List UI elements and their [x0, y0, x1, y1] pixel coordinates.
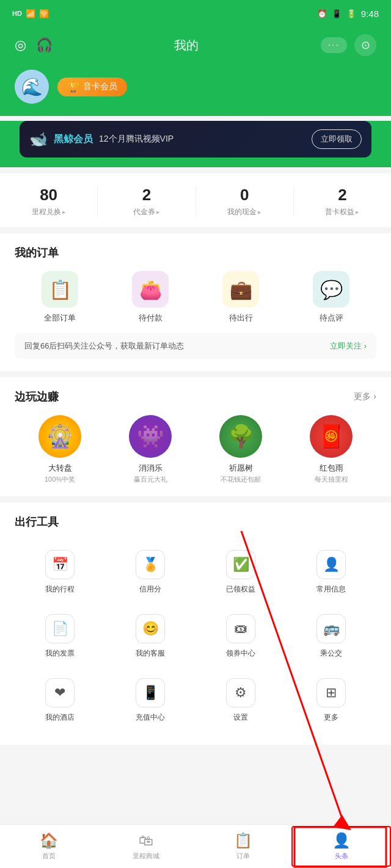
bottom-nav: 🏠 首页 🛍 里程商城 📋 订单 👤 头条 — [0, 824, 391, 868]
order-all-label: 全部订单 — [42, 313, 78, 324]
tool-bus-label: 乘公交 — [320, 648, 342, 659]
promo-text: 回复66后扫码关注公众号，获取最新订单动态 — [24, 341, 184, 352]
fun-game-label: 消消乐 — [129, 463, 172, 474]
vip-label: 音卡会员 — [83, 81, 117, 92]
tool-coupon[interactable]: 🎟 领券中心 — [196, 604, 286, 668]
stat-label-priv: 普卡权益▸ — [294, 207, 391, 217]
fun-wheel-icon: 🎡 — [38, 415, 81, 458]
orders-title: 我的订单 — [15, 245, 59, 260]
fun-tree[interactable]: 🌳 祈愿树 不花钱还包邮 — [219, 415, 262, 484]
order-trip-icon: 💼 — [222, 271, 259, 308]
nav-profile-label: 头条 — [335, 852, 348, 861]
tool-hotel-icon: ❤ — [45, 678, 75, 707]
order-grid: 📋 全部订单 👛 待付款 💼 待出行 💬 待点评 — [15, 271, 376, 324]
stat-coupon[interactable]: 2 代金券▸ — [98, 186, 196, 217]
fun-wheel[interactable]: 🎡 大转盘 100%中奖 — [38, 415, 81, 484]
order-pending-review[interactable]: 💬 待点评 — [313, 271, 349, 324]
page-title: 我的 — [174, 37, 199, 54]
fun-game[interactable]: 👾 消消乐 赢百元大礼 — [129, 415, 172, 484]
nav-orders-label: 订单 — [236, 852, 250, 861]
order-trip-label: 待出行 — [222, 313, 259, 324]
stat-cash[interactable]: 0 我的现金▸ — [196, 186, 294, 217]
stat-number-coupon: 2 — [98, 186, 195, 204]
tool-itinerary-icon: 📅 — [45, 550, 75, 579]
tool-settings-label: 设置 — [233, 712, 248, 723]
tool-settings[interactable]: ⚙ 设置 — [196, 668, 286, 732]
tool-more[interactable]: ⊞ 更多 — [286, 668, 376, 732]
header-right: ··· ⊙ — [321, 34, 376, 56]
tool-bus-icon: 🚌 — [316, 614, 346, 643]
stat-label-cash: 我的现金▸ — [196, 207, 293, 217]
tool-itinerary[interactable]: 📅 我的行程 — [15, 540, 105, 604]
tool-info-label: 常用信息 — [316, 584, 346, 595]
whale-icon: 🐋 — [29, 131, 48, 148]
vip-brand: 黑鲸会员 — [54, 133, 93, 146]
tool-recharge[interactable]: 📱 充值中心 — [105, 668, 196, 732]
nav-home[interactable]: 🏠 首页 — [0, 827, 97, 866]
stat-number-priv: 2 — [294, 186, 391, 204]
fun-title: 边玩边赚 — [15, 389, 59, 404]
sim-icon: 📱 — [332, 9, 342, 18]
vip-banner[interactable]: 🐋 黑鲸会员 12个月腾讯视频VIP 立即领取 — [20, 121, 371, 157]
tool-service[interactable]: 😊 我的客服 — [105, 604, 196, 668]
order-pay-icon: 👛 — [132, 271, 169, 308]
tools-title: 出行工具 — [15, 515, 59, 529]
tool-recharge-label: 充值中心 — [136, 712, 165, 723]
tool-invoice-icon: 📄 — [45, 614, 75, 643]
promo-link[interactable]: 立即关注 › — [330, 341, 367, 352]
scan-icon[interactable]: ◎ — [15, 37, 26, 53]
fun-more[interactable]: 更多 › — [354, 391, 376, 402]
status-right: ⏰ 📱 🔋 9:48 — [317, 9, 379, 19]
fun-tree-sublabel: 不花钱还包邮 — [219, 475, 262, 484]
tool-bus[interactable]: 🚌 乘公交 — [286, 604, 376, 668]
orders-header: 我的订单 — [15, 245, 376, 260]
tool-service-label: 我的客服 — [136, 648, 165, 659]
tool-coupon-label: 领券中心 — [226, 648, 255, 659]
vip-cta-button[interactable]: 立即领取 — [312, 129, 362, 149]
tools-section: 出行工具 📅 我的行程 🏅 信用分 ✅ 已领权益 👤 常用信息 📄 我的发票 😊… — [0, 502, 391, 745]
fun-section: 边玩边赚 更多 › 🎡 大转盘 100%中奖 👾 消消乐 赢百元大礼 🌳 祈愿树… — [0, 377, 391, 496]
time-display: 9:48 — [361, 9, 379, 19]
tool-invoice[interactable]: 📄 我的发票 — [15, 604, 105, 668]
order-pending-trip[interactable]: 💼 待出行 — [222, 271, 259, 324]
stat-mileage[interactable]: 80 里程兑换▸ — [0, 186, 98, 217]
tool-benefits-icon: ✅ — [226, 550, 255, 579]
vip-badge[interactable]: 🏆 音卡会员 — [57, 78, 127, 96]
order-all[interactable]: 📋 全部订单 — [42, 271, 78, 324]
fun-tree-label: 祈愿树 — [219, 463, 262, 474]
order-review-label: 待点评 — [313, 313, 349, 324]
order-all-icon: 📋 — [42, 271, 78, 308]
tool-settings-icon: ⚙ — [226, 678, 255, 707]
order-review-icon: 💬 — [313, 271, 349, 308]
stats-row: 80 里程兑换▸ 2 代金券▸ 0 我的现金▸ 2 普卡权益▸ — [0, 173, 391, 227]
tool-coupon-icon: 🎟 — [226, 614, 255, 643]
promo-bar: 回复66后扫码关注公众号，获取最新订单动态 立即关注 › — [15, 333, 376, 359]
tool-info[interactable]: 👤 常用信息 — [286, 540, 376, 604]
fun-grid: 🎡 大转盘 100%中奖 👾 消消乐 赢百元大礼 🌳 祈愿树 不花钱还包邮 🧧 … — [15, 415, 376, 484]
tool-benefits[interactable]: ✅ 已领权益 — [196, 540, 286, 604]
tool-itinerary-label: 我的行程 — [45, 584, 75, 595]
orders-section: 我的订单 📋 全部订单 👛 待付款 💼 待出行 💬 待点评 回复66后扫码关注公… — [0, 233, 391, 371]
avatar[interactable]: 🌊 — [15, 70, 49, 104]
headphone-icon[interactable]: 🎧 — [36, 37, 53, 53]
tool-credit[interactable]: 🏅 信用分 — [105, 540, 196, 604]
tool-benefits-label: 已领权益 — [226, 584, 255, 595]
more-button[interactable]: ··· — [321, 37, 347, 53]
tools-grid: 📅 我的行程 🏅 信用分 ✅ 已领权益 👤 常用信息 📄 我的发票 😊 我的客服… — [15, 540, 376, 732]
tool-hotel[interactable]: ❤ 我的酒店 — [15, 668, 105, 732]
tool-invoice-label: 我的发票 — [45, 648, 75, 659]
nav-orders[interactable]: 📋 订单 — [194, 827, 291, 866]
stat-privileges[interactable]: 2 普卡权益▸ — [294, 186, 391, 217]
order-pending-pay[interactable]: 👛 待付款 — [132, 271, 169, 324]
nav-mall[interactable]: 🛍 里程商城 — [97, 827, 194, 866]
stat-number-mileage: 80 — [0, 186, 97, 204]
stat-label-mileage: 里程兑换▸ — [0, 207, 97, 217]
nav-mall-label: 里程商城 — [133, 852, 159, 861]
camera-button[interactable]: ⊙ — [354, 34, 376, 56]
home-icon: 🏠 — [40, 832, 58, 849]
header: ◎ 🎧 我的 ··· ⊙ — [0, 27, 391, 63]
fun-envelope[interactable]: 🧧 红包雨 每天抽里程 — [310, 415, 353, 484]
nav-profile[interactable]: 👤 头条 — [291, 826, 391, 867]
fun-tree-icon: 🌳 — [219, 415, 262, 458]
stat-number-cash: 0 — [196, 186, 293, 204]
